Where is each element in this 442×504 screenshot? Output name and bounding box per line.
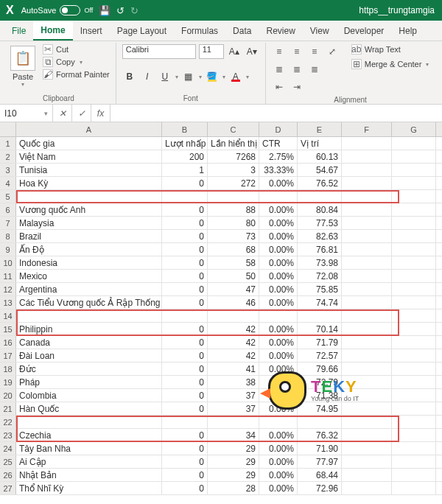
cell[interactable]: 0 [162,217,208,229]
cell[interactable]: 50 [208,270,259,282]
row-header[interactable]: 18 [0,363,16,375]
cell[interactable]: Quốc gia [16,137,162,150]
name-box[interactable]: I10 ▾ [0,105,53,122]
cell[interactable]: 0 [162,389,208,402]
cell[interactable]: 3 [208,164,259,176]
cell[interactable]: 0 [162,376,208,388]
cell[interactable] [342,442,392,455]
cell[interactable]: Ấn Độ [16,243,162,256]
tab-formulas[interactable]: Formulas [174,21,225,41]
col-C[interactable]: C [208,122,259,136]
cell[interactable]: 42 [208,336,259,349]
tab-help[interactable]: Help [391,21,424,41]
cell[interactable] [342,349,392,362]
cell[interactable]: 71.90 [298,442,342,455]
cell[interactable]: 0.00% [259,349,298,362]
cell[interactable]: Czechia [16,429,162,441]
fx-cancel[interactable]: ✕ [53,105,72,122]
cell[interactable] [392,230,436,242]
cell[interactable]: 82.63 [298,230,342,242]
cell[interactable] [208,309,259,322]
row-header[interactable]: 17 [0,349,16,362]
cell[interactable]: 0 [162,296,208,309]
cell[interactable] [392,190,436,203]
cell[interactable]: 0 [162,203,208,216]
cell[interactable]: 76.52 [298,177,342,189]
cell[interactable]: Các Tiểu Vương quốc Ả Rập Thống nhất [16,296,162,309]
cell[interactable]: 0.00% [259,455,298,468]
cell[interactable]: 68 [208,243,259,256]
cell[interactable]: 0 [162,177,208,189]
tab-home[interactable]: Home [33,21,72,41]
cell[interactable] [208,190,259,203]
row-header[interactable]: 16 [0,336,16,349]
cell[interactable] [259,309,298,322]
cell[interactable] [392,243,436,256]
cell[interactable]: 77.97 [298,455,342,468]
cell[interactable] [342,482,392,494]
cell[interactable] [392,376,436,388]
cell[interactable] [342,270,392,282]
cell[interactable]: 29 [208,469,259,481]
row-header[interactable]: 27 [0,482,16,494]
row-header[interactable]: 12 [0,283,16,295]
align-middle-icon[interactable]: ≡ [290,44,304,59]
cell[interactable]: Tây Ban Nha [16,442,162,455]
wrap-text-button[interactable]: abWrap Text [351,44,429,55]
cell[interactable] [342,429,392,441]
cell[interactable] [392,389,436,402]
formula-input[interactable] [110,105,442,122]
cell[interactable] [392,363,436,375]
cell[interactable]: 0 [162,243,208,256]
cell[interactable]: 0.00% [259,296,298,309]
row-header[interactable]: 1 [0,137,16,150]
cell[interactable]: Vị trí [298,137,342,150]
cell[interactable] [342,283,392,295]
cell[interactable] [392,442,436,455]
cell[interactable]: 28 [208,482,259,494]
cell[interactable] [342,256,392,269]
cell[interactable] [392,482,436,494]
font-color-button[interactable]: A [228,69,243,84]
cell[interactable]: 0.00% [259,336,298,349]
cell[interactable] [259,190,298,203]
cell[interactable] [342,164,392,176]
decrease-indent-icon[interactable]: ⇤ [272,80,287,94]
cell[interactable]: 72.57 [298,349,342,362]
row-header[interactable]: 13 [0,296,16,309]
tab-page-layout[interactable]: Page Layout [110,21,174,41]
cell[interactable] [392,323,436,335]
cell[interactable]: 0.00% [259,323,298,335]
col-A[interactable]: A [16,122,162,136]
increase-font-icon[interactable]: A▴ [227,44,242,59]
cell[interactable] [342,309,392,322]
cell[interactable]: Pháp [16,376,162,388]
format-painter-button[interactable]: 🖌Format Painter [43,69,110,80]
cell[interactable]: 0 [162,363,208,375]
cell[interactable] [342,203,392,216]
cell[interactable]: 0 [162,455,208,468]
cell[interactable]: 0 [162,442,208,455]
cell[interactable] [342,296,392,309]
cell[interactable]: 72.08 [298,270,342,282]
cell[interactable]: 0.00% [259,283,298,295]
col-E[interactable]: E [298,122,342,136]
cell[interactable] [342,469,392,481]
row-header[interactable]: 6 [0,203,16,216]
cell[interactable]: 29 [208,442,259,455]
align-bottom-icon[interactable]: ≡ [307,44,322,59]
row-header[interactable]: 2 [0,150,16,163]
cell[interactable]: Malaysia [16,217,162,229]
cell[interactable]: 76.81 [298,243,342,256]
cell[interactable] [208,416,259,428]
row-header[interactable]: 4 [0,177,16,189]
cell[interactable]: 0 [162,230,208,242]
cell[interactable]: Thổ Nhĩ Kỳ [16,482,162,494]
align-center-icon[interactable]: ≣ [290,62,304,77]
cell[interactable]: Hoa Kỳ [16,177,162,189]
cell[interactable] [392,137,436,150]
cell[interactable]: Đài Loan [16,349,162,362]
cell[interactable]: 0 [162,469,208,481]
cell[interactable] [16,416,162,428]
cell[interactable]: 0.00% [259,243,298,256]
